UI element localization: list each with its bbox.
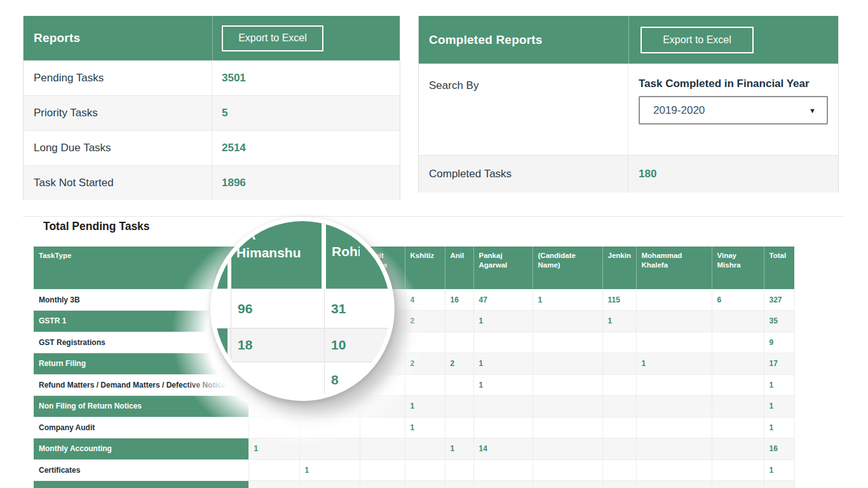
- cell-mohammad_khalefa: [636, 459, 712, 481]
- task-row: Non Filing of Return Notices11: [34, 396, 794, 417]
- cell-anil: 16: [445, 289, 473, 311]
- cell-candidate_name: [532, 438, 602, 460]
- cell-mohammad_khalefa: [636, 481, 712, 488]
- cell-total: [764, 481, 794, 488]
- task-row: Certificates11: [34, 459, 794, 481]
- cell-jenkin: [602, 374, 636, 396]
- cell-vinay_mishra: [712, 481, 764, 488]
- cell-kshitiz: [405, 459, 445, 481]
- cell-rohit: 1: [299, 459, 360, 481]
- cell-anil: [445, 374, 473, 396]
- cell-anil: [445, 311, 473, 332]
- task-row: Monthly Accounting111416: [34, 438, 794, 460]
- report-stat-row: Long Due Tasks2514: [24, 130, 400, 165]
- cell-candidate_name: [532, 481, 602, 488]
- cell-pankaj_agarwal: 14: [473, 438, 532, 460]
- cell-anil: [445, 459, 473, 481]
- cell-mohammad_khalefa: [636, 311, 712, 332]
- cell-candidate_name: [532, 396, 602, 417]
- cell-candidate_name: [532, 459, 602, 481]
- cell-rohit: [299, 481, 360, 488]
- cell-anil: 1: [445, 438, 473, 460]
- financial-year-select[interactable]: 2019-2020 ▼: [639, 96, 828, 125]
- cell-candidate_name: [532, 353, 602, 375]
- cell-mohammad_khalefa: [636, 289, 712, 311]
- cell-mohammad_khalefa: [636, 332, 712, 353]
- cell-anil: [445, 396, 473, 417]
- cell-mohammad_khalefa: [636, 374, 712, 396]
- cell-total: 1: [764, 374, 794, 396]
- report-stat-label: Task Not Started: [24, 166, 212, 200]
- cell-pankaj_agarwal: [473, 332, 532, 353]
- cell-candidate_name: [532, 311, 602, 332]
- cell-pankaj_agarwal: [473, 396, 532, 417]
- cell-rohit_verma: [360, 481, 405, 488]
- cell-ca_himanshu: [248, 481, 299, 488]
- cell-task-type: Certificates: [34, 459, 248, 481]
- reports-card-header: Reports Export to Excel: [24, 16, 400, 60]
- cell-anil: [445, 332, 473, 353]
- cell-anil: [445, 481, 473, 488]
- dashboard-page: Reports Export to Excel Pending Tasks350…: [0, 0, 868, 488]
- reports-rows: Pending Tasks3501Priority Tasks5Long Due…: [24, 60, 400, 200]
- cell-vinay_mishra: 6: [712, 289, 764, 311]
- cell-task-type: Monthly Accounting: [34, 438, 248, 460]
- cell-total: 17: [764, 353, 794, 375]
- cell-task-type: [34, 481, 248, 488]
- report-stat-label: Long Due Tasks: [24, 131, 212, 165]
- cell-mohammad_khalefa: 1: [636, 353, 712, 375]
- cell-jenkin: [602, 332, 636, 353]
- column-header-total: Total: [764, 247, 794, 289]
- report-stat-value: 2514: [212, 131, 400, 165]
- search-by-label: Search By: [419, 64, 628, 155]
- cell-mohammad_khalefa: [636, 396, 712, 417]
- cell-jenkin: [602, 438, 636, 460]
- reports-export-button[interactable]: Export to Excel: [222, 25, 323, 51]
- lens-row-1: 96 31: [215, 289, 390, 328]
- lens-value: 31: [331, 289, 346, 328]
- completed-tasks-label: Completed Tasks: [419, 156, 628, 193]
- cell-jenkin: [602, 459, 636, 481]
- cell-total: 35: [764, 311, 794, 332]
- cell-vinay_mishra: [712, 417, 764, 438]
- cell-mohammad_khalefa: [636, 438, 712, 460]
- lens-value: 8: [331, 363, 339, 396]
- cell-total: 16: [764, 438, 794, 460]
- report-stat-value: 3501: [212, 61, 400, 95]
- cell-ca_himanshu: [248, 459, 299, 481]
- lens-value: 96: [238, 289, 252, 328]
- cell-pankaj_agarwal: 1: [473, 374, 532, 396]
- cell-mohammad_khalefa: [636, 417, 712, 438]
- column-header-vinay_mishra: Vinay Mishra: [712, 247, 764, 289]
- report-stat-value: 5: [212, 96, 400, 130]
- completed-export-cell: Export to Excel: [628, 16, 754, 64]
- cell-kshitiz: [405, 481, 445, 488]
- completed-export-button[interactable]: Export to Excel: [641, 27, 754, 53]
- cell-kshitiz: 1: [405, 396, 445, 417]
- column-header-jenkin: Jenkin: [602, 247, 636, 289]
- cell-jenkin: [602, 353, 636, 375]
- cell-total: 9: [764, 332, 794, 353]
- cell-pankaj_agarwal: 1: [473, 353, 532, 375]
- report-stat-row: Priority Tasks5: [24, 95, 400, 130]
- section-divider: [23, 216, 844, 217]
- task-row: [34, 481, 794, 488]
- cell-pankaj_agarwal: 1: [473, 311, 532, 332]
- cell-jenkin: [602, 417, 636, 438]
- report-stat-value: 1896: [212, 166, 400, 200]
- reports-card: Reports Export to Excel Pending Tasks350…: [23, 16, 400, 200]
- cell-rohit_verma: [360, 459, 405, 481]
- cell-jenkin: 1: [602, 311, 636, 332]
- report-stat-row: Task Not Started1896: [24, 165, 400, 200]
- cell-total: 1: [764, 417, 794, 438]
- column-header-mohammad_khalefa: Mohammad Khalefa: [636, 247, 712, 289]
- financial-year-value: 2019-2020: [653, 104, 705, 117]
- cell-jenkin: 115: [602, 289, 636, 311]
- cell-kshitiz: [405, 438, 445, 460]
- cell-candidate_name: 1: [532, 289, 602, 311]
- completed-reports-card: Completed Reports Export to Excel Search…: [418, 16, 839, 193]
- cell-total: 1: [764, 396, 794, 417]
- cell-total: 1: [764, 459, 794, 481]
- cell-anil: [445, 417, 473, 438]
- search-by-row: Search By Task Completed in Financial Ye…: [419, 64, 838, 155]
